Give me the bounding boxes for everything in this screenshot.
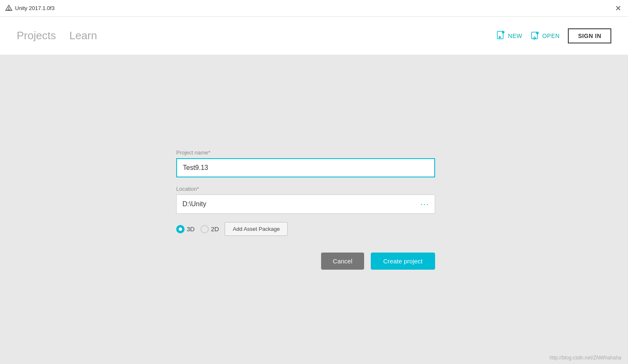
new-project-form: Project name* Location* ··· 3D 2D A [176, 141, 452, 278]
actions-row: Cancel Create project [176, 253, 435, 270]
header: Projects Learn NEW OPEN SIGN IN [0, 17, 628, 55]
window-title: Unity 2017.1.0f3 [15, 5, 55, 11]
header-actions: NEW OPEN SIGN IN [496, 28, 611, 43]
main-content: Project name* Location* ··· 3D 2D A [0, 55, 628, 364]
location-label: Location* [176, 186, 452, 192]
radio-3d-circle[interactable] [176, 225, 185, 233]
radio-2d[interactable]: 2D [200, 225, 219, 233]
new-label: NEW [508, 33, 522, 39]
close-button[interactable]: ✕ [615, 5, 621, 12]
project-name-group: Project name* [176, 149, 452, 177]
new-button[interactable]: NEW [496, 30, 522, 41]
open-label: OPEN [542, 33, 560, 39]
tab-projects[interactable]: Projects [17, 29, 66, 42]
browse-button[interactable]: ··· [420, 200, 429, 209]
new-file-icon [496, 30, 506, 41]
project-name-input[interactable] [176, 158, 435, 177]
location-group: Location* ··· [176, 186, 452, 214]
unity-logo-icon [5, 5, 13, 12]
radio-2d-circle[interactable] [200, 225, 209, 233]
sign-in-button[interactable]: SIGN IN [568, 28, 611, 43]
tab-learn[interactable]: Learn [69, 29, 107, 42]
location-input[interactable] [176, 195, 435, 214]
create-project-button[interactable]: Create project [371, 253, 435, 270]
radio-3d-label: 3D [187, 225, 195, 233]
open-button[interactable]: OPEN [531, 30, 560, 41]
radio-2d-label: 2D [211, 225, 219, 233]
options-row: 3D 2D Add Asset Package [176, 222, 452, 236]
nav-tabs: Projects Learn [17, 29, 496, 42]
open-file-icon [531, 30, 540, 41]
project-name-label: Project name* [176, 149, 452, 156]
radio-3d[interactable]: 3D [176, 225, 195, 233]
title-bar: Unity 2017.1.0f3 ✕ [0, 0, 628, 17]
watermark: http://blog.csdn.net/ZNWhahaha [550, 355, 621, 361]
add-asset-package-button[interactable]: Add Asset Package [225, 222, 288, 236]
location-input-wrapper: ··· [176, 195, 435, 214]
cancel-button[interactable]: Cancel [321, 253, 364, 270]
